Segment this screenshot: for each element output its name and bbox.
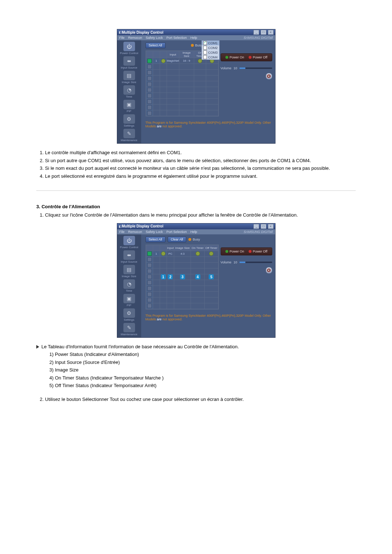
sidebar-item-settings[interactable]: ⚙Settings <box>119 308 139 321</box>
sidebar-item-image-size[interactable]: ▤Image Size <box>119 265 139 278</box>
row-checkbox[interactable] <box>147 99 152 104</box>
mute-button[interactable]: 🔇 <box>266 73 272 79</box>
row-checkbox[interactable] <box>147 88 152 92</box>
table-row[interactable] <box>146 81 218 87</box>
sidebar-item-power-control[interactable]: ⏻Power Control <box>119 42 139 55</box>
power-on-button[interactable]: Power On <box>225 250 244 253</box>
port-option-com1[interactable]: COM1 <box>202 41 219 45</box>
row-checkbox[interactable] <box>147 298 152 302</box>
close-button[interactable]: × <box>268 30 274 35</box>
volume-row: Volume 10 <box>221 66 272 70</box>
sidebar-item-settings[interactable]: ⚙Settings <box>119 114 139 127</box>
close-button[interactable]: × <box>268 224 274 229</box>
row-checkbox[interactable] <box>147 292 152 296</box>
menu-bar: File Remocon Safety Lock Port Selection … <box>117 35 275 40</box>
table-row[interactable] <box>146 286 218 291</box>
power-off-button[interactable]: Power Off <box>249 56 268 59</box>
table-row[interactable] <box>146 64 218 70</box>
sidebar-item-power-control[interactable]: ⏻Power Control <box>119 236 139 249</box>
row-checkbox[interactable] <box>147 251 152 256</box>
row-checkbox[interactable] <box>147 59 152 63</box>
volume-slider[interactable] <box>240 67 272 69</box>
menu-file[interactable]: File <box>119 230 125 234</box>
power-panel: Power On Power Off Volume 10 🔇 <box>221 247 272 274</box>
gear-icon: ⚙ <box>123 114 135 124</box>
row-checkbox[interactable] <box>147 280 152 285</box>
menu-remocon[interactable]: Remocon <box>128 230 142 234</box>
table-row[interactable]: 1PC4:3 <box>146 251 218 257</box>
table-row[interactable] <box>146 303 218 309</box>
pip-icon: ▣ <box>123 294 135 303</box>
text-block-1: Le contrôle multiple d'affichage est nor… <box>36 149 356 180</box>
row-checkbox[interactable] <box>147 105 152 110</box>
table-row[interactable] <box>146 75 218 81</box>
menu-remocon[interactable]: Remocon <box>128 36 142 40</box>
row-checkbox[interactable] <box>147 286 152 291</box>
select-all-button[interactable]: Select All <box>146 42 166 48</box>
table-row[interactable] <box>146 262 218 268</box>
sidebar-item-maintenance[interactable]: ✎Maintenance <box>119 129 139 142</box>
table-row[interactable] <box>146 104 218 110</box>
port-option-com2[interactable]: COM2 <box>202 45 219 50</box>
row-checkbox[interactable] <box>147 275 152 279</box>
row-checkbox[interactable] <box>147 94 152 98</box>
row-checkbox[interactable] <box>147 76 152 81</box>
sidebar-item-time[interactable]: ◔Time <box>119 279 139 292</box>
mute-button[interactable]: 🔇 <box>266 267 272 274</box>
clear-all-button[interactable]: Clear All <box>168 237 187 242</box>
power-on-button[interactable]: Power On <box>225 56 244 59</box>
table-row[interactable] <box>146 99 218 104</box>
row-checkbox[interactable] <box>147 263 152 267</box>
busy-dot-icon <box>188 238 191 241</box>
list-item: Si le nom exact du port auquel est conne… <box>45 165 356 172</box>
sidebar-item-image-size[interactable]: ▤Image Size <box>119 71 139 84</box>
port-option-com3[interactable]: COM3 <box>202 50 219 55</box>
table-row[interactable] <box>146 87 218 93</box>
maximize-button[interactable]: □ <box>261 30 266 35</box>
sidebar-item-time[interactable]: ◔Time <box>119 85 139 98</box>
sidebar-item-input-source[interactable]: ⬌Input Source <box>119 250 139 263</box>
table-row[interactable] <box>146 297 218 303</box>
maximize-button[interactable]: □ <box>261 224 266 229</box>
row-checkbox[interactable] <box>147 304 152 308</box>
minimize-button[interactable]: _ <box>253 224 259 229</box>
table-row[interactable] <box>146 93 218 99</box>
menu-file[interactable]: File <box>119 36 125 40</box>
select-all-button[interactable]: Select All <box>146 237 166 242</box>
row-checkbox[interactable] <box>147 111 152 115</box>
menu-port-selection[interactable]: Port Selection <box>167 230 187 234</box>
wrench-icon: ✎ <box>123 129 135 138</box>
volume-slider[interactable] <box>240 262 272 263</box>
row-checkbox[interactable] <box>147 269 152 273</box>
table-row[interactable] <box>146 280 218 286</box>
sidebar-item-pip[interactable]: ▣PIP <box>119 100 139 113</box>
sidebar-item-maintenance[interactable]: ✎Maintenance <box>119 323 139 336</box>
window-title: Multiple Display Control <box>122 224 253 228</box>
menu-help[interactable]: Help <box>191 230 197 234</box>
row-checkbox[interactable] <box>147 70 152 75</box>
sidebar-item-input-source[interactable]: ⬌Input Source <box>119 56 139 69</box>
row-checkbox[interactable] <box>147 82 152 86</box>
menu-safety-lock[interactable]: Safety Lock <box>146 230 163 234</box>
app-window-1: ◧ Multiple Display Control _ □ × File Re… <box>117 29 275 144</box>
menu-safety-lock[interactable]: Safety Lock <box>146 36 163 40</box>
power-icon: ⏻ <box>123 236 135 245</box>
table-row[interactable] <box>146 70 218 75</box>
sub-item: 1) Power Status (Indicateur d'Alimentati… <box>49 351 356 358</box>
work-area: ⏻Power Control ⬌Input Source ▤Image Size… <box>117 234 275 337</box>
table-row[interactable] <box>146 291 218 297</box>
row-checkbox[interactable] <box>147 257 152 262</box>
table-row[interactable] <box>146 110 218 116</box>
menu-port-selection[interactable]: Port Selection <box>167 36 187 40</box>
window-buttons: _ □ × <box>253 30 273 35</box>
sidebar-item-pip[interactable]: ▣PIP <box>119 294 139 307</box>
minimize-button[interactable]: _ <box>253 30 259 35</box>
row-checkbox[interactable] <box>147 65 152 69</box>
menu-help[interactable]: Help <box>191 36 197 40</box>
table-row[interactable] <box>146 268 218 274</box>
port-option-com4[interactable]: COM4 <box>202 55 219 59</box>
red-dot-icon <box>249 56 252 59</box>
power-off-button[interactable]: Power Off <box>249 250 268 253</box>
footer-note: This Program is for Samsung SyncMaster 4… <box>146 119 272 131</box>
table-row[interactable] <box>146 257 218 262</box>
